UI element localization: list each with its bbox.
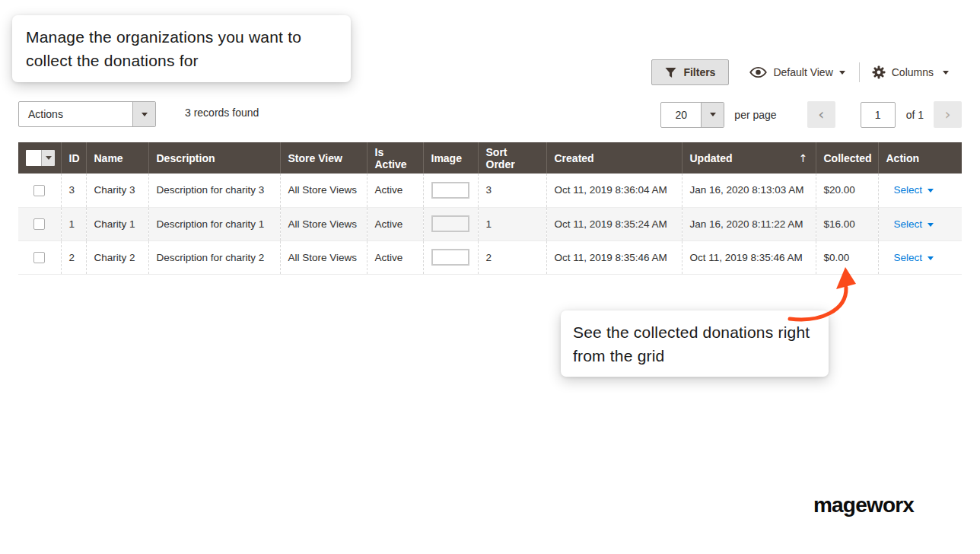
updated-cell: Jan 16, 2020 8:11:22 AM [682,207,816,240]
next-page-button[interactable]: › [934,101,962,128]
description-cell: Description for charity 2 [148,240,280,274]
image-cell [423,174,478,207]
previous-page-button[interactable]: ‹ [807,101,835,128]
actions-dropdown[interactable]: Actions [18,101,156,127]
id-cell: 3 [61,174,86,207]
is-active-cell: Active [367,207,423,240]
column-header-store-view[interactable]: Store View [280,142,367,174]
caret-down-icon [943,71,949,75]
caret-down-icon [41,150,55,166]
image-placeholder [431,215,469,232]
store-view-cell: All Store Views [280,174,367,207]
column-header-id[interactable]: ID [61,142,86,174]
per-page-dropdown[interactable]: 20 [660,102,724,128]
created-cell: Oct 11, 2019 8:35:24 AM [546,207,682,240]
action-cell: Select [878,240,962,274]
columns-control[interactable]: Columns [872,65,949,79]
column-header-sort-order[interactable]: Sort Order [478,142,546,174]
table-row: 1Charity 1Description for charity 1All S… [18,207,962,240]
caret-down-icon [928,189,934,193]
per-page-label: per page [734,109,776,121]
created-cell: Oct 11, 2019 8:35:46 AM [546,240,682,274]
row-checkbox[interactable] [33,185,45,196]
records-found-text: 3 records found [185,107,259,119]
row-select-cell [18,207,61,240]
is-active-cell: Active [367,240,423,274]
action-cell: Select [878,174,962,207]
orange-pointer-arrow [776,263,869,328]
sort-ascending-icon: ↑ [799,152,808,164]
table-header-row: ID Name Description Store View Is Active… [18,142,962,174]
select-action-link[interactable]: Select [886,184,934,196]
select-all-header [18,142,61,174]
select-action-link[interactable]: Select [886,218,934,230]
column-header-collected[interactable]: Collected [816,142,878,174]
row-checkbox[interactable] [33,252,45,263]
callout-manage-organizations: Manage the organizations you want to col… [12,15,351,82]
name-cell: Charity 3 [86,174,148,207]
description-cell: Description for charity 1 [148,207,280,240]
row-select-cell [18,174,61,207]
image-placeholder [431,249,469,266]
grid-controls: Actions 3 records found 20 per page ‹ of… [18,101,962,127]
columns-label: Columns [892,66,934,78]
column-header-updated[interactable]: Updated ↑ [682,142,816,174]
id-cell: 2 [61,240,86,274]
action-cell: Select [878,207,962,240]
view-label: Default View [773,66,832,78]
updated-cell: Jan 16, 2020 8:13:03 AM [682,174,816,207]
column-header-image[interactable]: Image [423,142,478,174]
pagination: 20 per page ‹ of 1 › [660,101,962,128]
sort-order-cell: 1 [478,207,546,240]
table-row: 3Charity 3Description for charity 3All S… [18,174,962,207]
toolbar-divider [859,62,860,82]
filters-label: Filters [683,66,715,78]
column-header-action[interactable]: Action [878,142,962,174]
column-header-description[interactable]: Description [148,142,280,174]
store-view-cell: All Store Views [280,207,367,240]
caret-down-icon [701,103,724,127]
sort-order-cell: 3 [478,174,546,207]
page: Manage the organizations you want to col… [0,0,980,554]
caret-down-icon [928,223,934,227]
created-cell: Oct 11, 2019 8:36:04 AM [546,174,682,207]
column-header-created[interactable]: Created [546,142,682,174]
name-cell: Charity 2 [86,240,148,274]
name-cell: Charity 1 [86,207,148,240]
store-view-cell: All Store Views [280,240,367,274]
row-select-cell [18,240,61,274]
select-action-link[interactable]: Select [886,252,934,263]
row-checkbox[interactable] [33,218,45,230]
current-page-input[interactable] [861,102,896,128]
column-header-name[interactable]: Name [86,142,148,174]
select-all-checkbox[interactable] [26,150,41,166]
chevron-left-icon: ‹ [818,105,824,123]
image-cell [423,207,478,240]
filter-funnel-icon [665,67,676,78]
description-cell: Description for charity 3 [148,174,280,207]
collected-cell: $20.00 [816,174,878,207]
total-pages-label: of 1 [906,109,924,121]
id-cell: 1 [61,207,86,240]
view-switcher[interactable]: Default View [749,66,845,78]
gear-icon [872,65,886,79]
is-active-cell: Active [367,174,423,207]
caret-down-icon [928,256,934,260]
collected-cell: $16.00 [816,207,878,240]
actions-dropdown-value: Actions [19,102,132,126]
eye-icon [749,66,767,78]
caret-down-icon [839,71,845,75]
chevron-right-icon: › [945,105,951,123]
filters-button[interactable]: Filters [651,59,729,85]
mageworx-logo: mageworx [813,493,914,517]
select-all-dropdown[interactable] [26,150,55,166]
callout-top-text: Manage the organizations you want to col… [26,28,301,69]
sort-order-cell: 2 [478,240,546,274]
callout-bottom-text: See the collected donations right from t… [573,323,810,365]
column-header-is-active[interactable]: Is Active [367,142,423,174]
charities-grid: ID Name Description Store View Is Active… [18,142,962,275]
grid-toolbar: Filters Default View [651,59,949,85]
caret-down-icon [132,102,155,126]
table-body: 3Charity 3Description for charity 3All S… [18,174,962,274]
image-cell [423,240,478,274]
